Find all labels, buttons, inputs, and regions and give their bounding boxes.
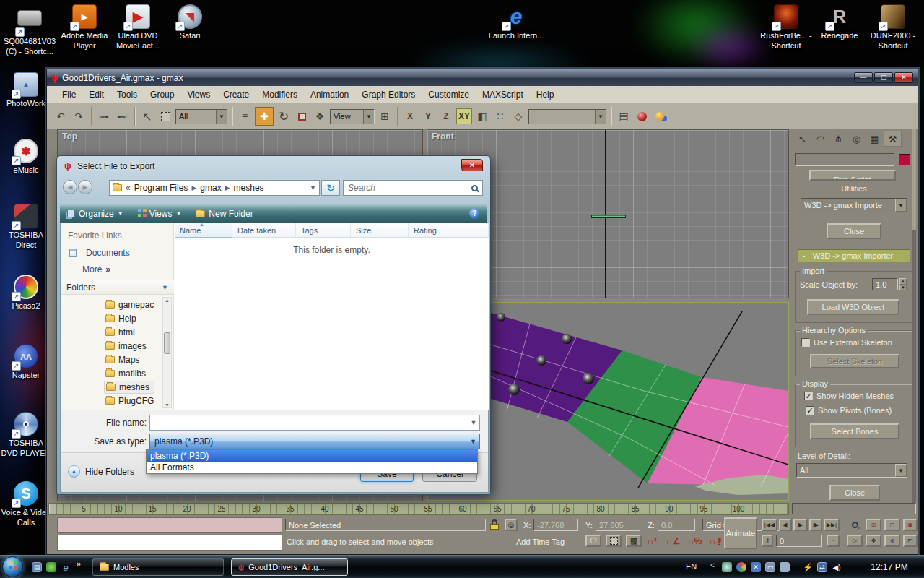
arc-rotate-icon[interactable]: ⊕ [884, 535, 900, 547]
desktop-icon-toshiba-dvd-player[interactable]: ↗ TOSHIBA DVD PLAYER [0, 412, 52, 459]
utilities-close-button[interactable]: Close [827, 223, 881, 239]
select-by-name-icon[interactable]: ≡ [237, 108, 253, 124]
restrict-x-icon[interactable]: X [402, 108, 418, 124]
go-to-start-icon[interactable]: |◀◀ [762, 519, 777, 531]
taskbar-button-modles[interactable]: Modles [92, 558, 224, 576]
breadcrumb-gmax[interactable]: gmax [200, 183, 221, 193]
tray-icon-power[interactable]: ⚡ [803, 562, 813, 572]
type-option-plasma[interactable]: plasma (*.P3D) [147, 450, 477, 462]
column-header-date-taken[interactable]: Date taken [232, 223, 296, 238]
spinner-snap-icon[interactable]: ∩⚷ [710, 536, 722, 546]
search-box[interactable] [343, 180, 483, 196]
favorite-links-more[interactable]: More » [82, 263, 110, 276]
menu-create[interactable]: Create [217, 90, 256, 100]
pan-view-icon[interactable]: ✥ [866, 535, 881, 547]
favorite-link-documents[interactable]: Documents [69, 246, 130, 259]
quicklaunch-ie-icon[interactable]: e [61, 562, 71, 572]
level-of-detail-dropdown[interactable]: All ▼ [796, 463, 907, 478]
desktop-icon-safari[interactable]: ◥↗ Safari [162, 4, 218, 41]
previous-frame-icon[interactable]: ◀| [779, 519, 792, 531]
scroll-up-icon[interactable]: ▲ [163, 298, 171, 303]
taskbar-button-gmax[interactable]: ψ Good1Drivers_Air.g... [231, 558, 348, 576]
column-header-rating[interactable]: Rating [409, 223, 489, 238]
desktop-icon-rushforbe[interactable]: ↗ RushForBe... - Shortcut [758, 4, 814, 51]
time-configuration-icon[interactable]: ◔ [827, 535, 840, 547]
column-header-size[interactable]: Size [351, 223, 409, 238]
desktop-icon-picasa2[interactable]: ↗ Picasa2 [0, 275, 52, 311]
folders-header[interactable]: Folders ▼ [61, 280, 174, 295]
organize-menu-button[interactable]: Organize ▼ [60, 204, 131, 223]
track-bar-timeline[interactable]: 5 10 15 20 25 30 35 40 45 50 55 60 65 70… [48, 503, 789, 515]
desktop-icon-ulead-dvd[interactable]: ▶↗ Ulead DVD MovieFact... [110, 4, 166, 51]
quicklaunch-media-icon[interactable] [46, 562, 56, 572]
menu-maxscript[interactable]: MAXScript [476, 90, 530, 100]
menu-group[interactable]: Group [144, 90, 180, 100]
macro-recorder-line[interactable] [57, 517, 282, 533]
checkbox-checked-icon[interactable]: ✓ [806, 406, 814, 415]
tree-item-matlibs[interactable]: matlibs [105, 367, 146, 380]
select-object-icon[interactable]: ↖ [139, 108, 155, 124]
run-script-button[interactable]: Run Script [809, 170, 896, 181]
select-and-move-icon[interactable]: ✚ [255, 107, 274, 126]
type-option-all-formats[interactable]: All Formats [147, 462, 477, 473]
spinner-down-icon[interactable]: ▼ [899, 285, 907, 291]
scale-object-field[interactable]: 1.0 [872, 278, 898, 290]
zoom-extents-icon[interactable]: ◻ [884, 519, 900, 531]
help-icon[interactable]: ? [469, 208, 480, 219]
breadcrumb-program-files[interactable]: Program Files [134, 183, 188, 193]
scrollbar-thumb[interactable] [164, 332, 170, 354]
panel-query-field[interactable] [795, 153, 894, 166]
desktop-icon-adobe-media-player[interactable]: ▶↗ Adobe Media Player [56, 4, 113, 51]
play-animation-icon[interactable]: ▶ [793, 519, 808, 531]
column-header-tags[interactable]: Tags [296, 223, 351, 238]
manipulate-icon[interactable]: ❖ [312, 108, 328, 124]
refresh-button[interactable]: ↻ [321, 180, 340, 196]
desktop-icon-napster[interactable]: ʌʌ↗ Napster [0, 344, 52, 381]
spinner-up-icon[interactable]: ▲ [899, 278, 907, 285]
degradation-override-icon[interactable]: ⬠ [585, 535, 601, 547]
dropdown-arrow-icon[interactable]: ▼ [216, 110, 227, 124]
track-view-icon[interactable]: ▤ [616, 108, 632, 124]
breadcrumb-meshes[interactable]: meshes [234, 183, 264, 193]
tree-item-gamepac[interactable]: gamepac [105, 298, 154, 311]
tray-icon-display[interactable]: ▭ [765, 562, 775, 572]
maximize-button[interactable]: ▢ [874, 72, 893, 83]
scale-spinner[interactable]: ▲▼ [899, 278, 907, 290]
zoom-extents-all-icon[interactable]: ▣ [903, 519, 918, 531]
save-as-type-combo[interactable]: plasma (*.P3D) ▼ [149, 434, 480, 449]
z-coordinate-field[interactable]: 0.0 [658, 519, 695, 531]
tab-hierarchy-icon[interactable]: ⋔ [829, 131, 847, 147]
w3d-importer-rollout-header[interactable]: - W3D -> gmax Importer [798, 249, 910, 262]
reference-coordinate-dropdown[interactable]: View▼ [330, 109, 375, 124]
add-time-tag[interactable]: Add Time Tag [516, 538, 565, 546]
show-hidden-meshes-row[interactable]: ✓Show Hidden Meshes [804, 392, 894, 400]
angle-snap-icon[interactable]: ∩∠ [666, 536, 680, 546]
render-icon[interactable] [652, 108, 668, 124]
maxscript-listener-line[interactable] [57, 535, 282, 551]
align-icon[interactable]: ◇ [510, 108, 526, 124]
search-input[interactable] [348, 183, 471, 193]
desktop-icon-emusic[interactable]: ✽↗ eMusic [0, 139, 52, 176]
use-pivot-center-icon[interactable]: ⊞ [377, 108, 393, 124]
redo-icon[interactable]: ↷ [71, 108, 87, 124]
zoom-icon[interactable] [847, 519, 863, 531]
new-folder-button[interactable]: New Folder [188, 204, 260, 223]
checkbox-checked-icon[interactable]: ✓ [804, 392, 813, 400]
breadcrumb-overflow-chevron[interactable]: « [126, 183, 131, 193]
tree-scrollbar[interactable]: ▲ ▼ [162, 297, 172, 408]
desktop-icon-sq004681v03[interactable]: ↗ SQ004681V03 (C) - Shortc... [1, 4, 58, 57]
show-pivots-row[interactable]: ✓Show Pivots (Bones) [806, 406, 892, 415]
menu-customize[interactable]: Customize [422, 90, 476, 100]
load-w3d-object-button[interactable]: Load W3D Object [807, 299, 899, 315]
address-dropdown-icon[interactable]: ▼ [310, 184, 316, 191]
dropdown-arrow-icon[interactable]: ▼ [895, 199, 907, 212]
utility-dropdown[interactable]: W3D -> gmax Importe ▼ [801, 198, 907, 212]
gmax-title-bar[interactable]: ψ Good1Drivers_Air.gmax - gmax — ▢ ✕ [47, 69, 918, 86]
tree-item-meshes-selected[interactable]: meshes [104, 381, 154, 394]
y-coordinate-field[interactable]: 27.605 [596, 519, 640, 531]
file-name-input[interactable] [150, 418, 468, 428]
named-selection-dropdown[interactable]: ▼ [528, 109, 606, 124]
tray-expand-chevron[interactable]: < [710, 561, 715, 569]
animate-button[interactable]: Animate [724, 517, 757, 549]
undo-icon[interactable]: ↶ [53, 108, 69, 124]
